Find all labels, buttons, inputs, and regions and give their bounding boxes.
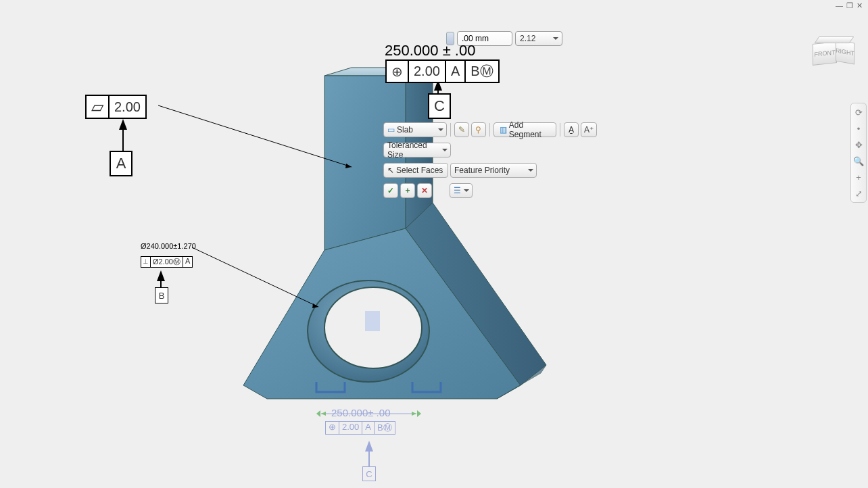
- ghost-fcf-tol: 2.00: [339, 422, 362, 434]
- ghost-datum-c[interactable]: C: [362, 466, 376, 481]
- datum-c[interactable]: C: [428, 93, 451, 119]
- svg-marker-7: [417, 410, 421, 417]
- zoom-icon[interactable]: 🔍: [852, 155, 865, 167]
- fcf-position-symbol: ⊕: [387, 61, 409, 82]
- svg-line-10: [192, 247, 318, 307]
- look-icon[interactable]: •: [852, 122, 865, 135]
- text-a-icon: A̱: [569, 125, 574, 135]
- svg-line-8: [158, 105, 352, 167]
- svg-rect-2: [365, 311, 380, 331]
- dim-format-select[interactable]: 2.12: [515, 31, 562, 46]
- type-select-label: Slab: [397, 125, 413, 135]
- fcf-position-datum-b: BⓂ: [466, 61, 498, 82]
- fullscreen-icon[interactable]: ⤢: [852, 187, 865, 199]
- text-format-b-button[interactable]: A⁺: [581, 122, 597, 137]
- view-cube[interactable]: FRONT RIGHT: [813, 37, 853, 68]
- add-segment-button[interactable]: ▥ Add Segment: [493, 122, 556, 137]
- type-select[interactable]: ▭ Slab: [383, 122, 447, 137]
- text-b-icon: A⁺: [584, 125, 594, 135]
- attach-button[interactable]: ⚲: [471, 122, 486, 137]
- window-controls: — ❐ ✕: [836, 1, 863, 10]
- add-button[interactable]: +: [400, 183, 415, 198]
- priority-select[interactable]: Feature Priority: [450, 163, 537, 178]
- flatness-tol: 2.00: [110, 96, 145, 118]
- svg-marker-6: [316, 410, 320, 417]
- toleranced-size-select[interactable]: Toleranced Size: [383, 143, 451, 157]
- fcf-position-datum-a: A: [446, 61, 466, 82]
- ghost-fcf-symbol: ⊕: [326, 422, 339, 434]
- ghost-fcf-b: BⓂ: [375, 422, 395, 434]
- add-segment-icon: ▥: [500, 125, 507, 135]
- minimize-button[interactable]: —: [836, 1, 843, 10]
- hole-dimension: Ø240.000±1.270: [141, 242, 196, 250]
- maximize-button[interactable]: ❐: [846, 1, 853, 10]
- svg-marker-12: [119, 119, 127, 130]
- fcf-perpendicularity[interactable]: ⟂ Ø2.00Ⓜ A: [141, 256, 193, 268]
- edit-fcf-button[interactable]: ✎: [454, 122, 469, 137]
- cancel-button[interactable]: ✕: [417, 183, 432, 198]
- orbit-icon[interactable]: ⟳: [852, 106, 865, 118]
- pan-icon[interactable]: ✥: [852, 139, 865, 151]
- text-format-a-button[interactable]: A̱: [564, 122, 579, 137]
- ghost-fcf-a: A: [362, 422, 375, 434]
- cursor-icon: ↖: [387, 166, 394, 175]
- ghost-fcf[interactable]: ⊕ 2.00 A BⓂ: [325, 421, 395, 435]
- attach-icon: ⚲: [475, 125, 481, 135]
- flatness-symbol: ▱: [87, 96, 110, 118]
- list-icon: ☰: [454, 186, 461, 195]
- fcf-position-tol: 2.00: [409, 61, 446, 82]
- zoom-fit-icon[interactable]: +: [852, 171, 865, 183]
- datum-a[interactable]: A: [110, 151, 132, 176]
- svg-marker-18: [365, 441, 373, 452]
- select-faces-label: Select Faces: [396, 166, 443, 175]
- svg-marker-16: [157, 270, 165, 281]
- options-button[interactable]: ☰: [450, 183, 473, 198]
- perp-symbol: ⟂: [141, 257, 151, 267]
- perp-datum-a: A: [183, 257, 192, 267]
- ok-button[interactable]: ✓: [383, 183, 398, 198]
- view-toolbar: ⟳ • ✥ 🔍 + ⤢: [850, 103, 867, 203]
- slab-icon: ▭: [387, 125, 395, 135]
- close-window-button[interactable]: ✕: [857, 1, 863, 10]
- select-faces-button[interactable]: ↖ Select Faces: [383, 163, 448, 178]
- datum-b[interactable]: B: [155, 287, 168, 303]
- fcf-flatness[interactable]: ▱ 2.00: [85, 95, 147, 119]
- cube-top-face[interactable]: [815, 36, 854, 43]
- svg-marker-5: [412, 412, 416, 416]
- fcf-position[interactable]: ⊕ 2.00 A BⓂ: [385, 59, 500, 83]
- cube-front-face[interactable]: FRONT: [813, 41, 837, 66]
- pencil-icon: ✎: [458, 125, 465, 135]
- perp-tol: Ø2.00Ⓜ: [151, 257, 183, 267]
- add-segment-label: Add Segment: [509, 120, 550, 139]
- svg-marker-4: [321, 412, 326, 416]
- top-dimension: 250.000 ± .00: [385, 42, 475, 59]
- cube-right-face[interactable]: RIGHT: [836, 40, 854, 65]
- ghost-dimension: 250.000± .00: [331, 407, 390, 418]
